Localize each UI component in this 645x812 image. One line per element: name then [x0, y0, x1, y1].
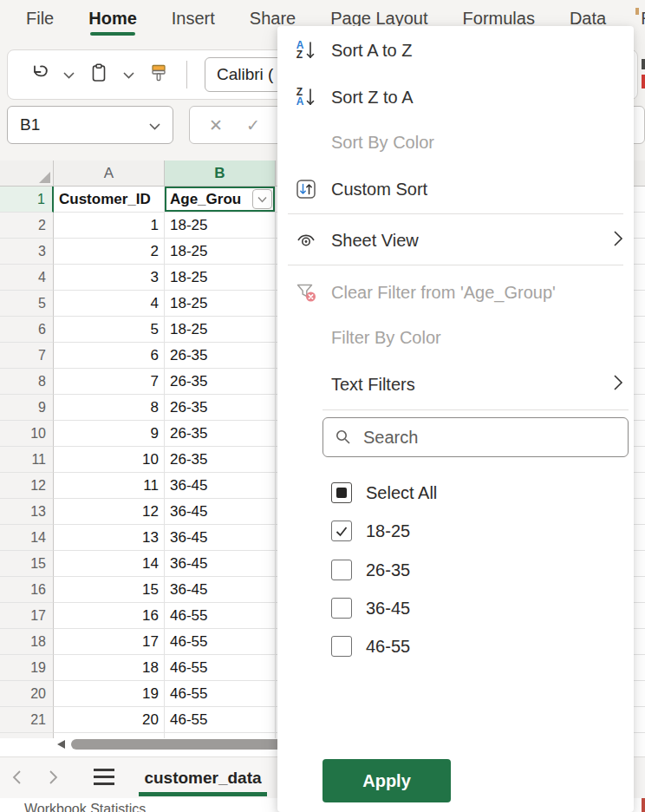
cell-age-group[interactable]: 18-25: [165, 317, 276, 343]
row-header[interactable]: 16: [0, 577, 54, 603]
cell-customer-id[interactable]: 12: [54, 499, 165, 525]
sheet-tab-customer-data[interactable]: customer_data: [139, 757, 267, 799]
cell-customer-id[interactable]: 16: [54, 603, 165, 629]
filter-option-select-all[interactable]: Select All: [277, 477, 634, 508]
apply-button[interactable]: Apply: [322, 759, 451, 802]
tab-insert[interactable]: Insert: [172, 5, 215, 36]
cell-customer-id[interactable]: 19: [54, 681, 165, 707]
checkbox-unchecked-icon[interactable]: [331, 598, 352, 619]
row-header[interactable]: 13: [0, 499, 54, 525]
column-header-a[interactable]: A: [54, 160, 165, 187]
next-sheet-icon[interactable]: [49, 769, 58, 789]
row-header[interactable]: 3: [0, 239, 54, 265]
cell-customer-id[interactable]: 13: [54, 525, 165, 551]
cell-customer-id[interactable]: 1: [54, 213, 165, 239]
row-header[interactable]: 18: [0, 629, 54, 655]
cell-age-group[interactable]: 46-55: [165, 603, 276, 629]
cell-age-group[interactable]: 36-45: [165, 499, 276, 525]
row-header[interactable]: 20: [0, 681, 54, 707]
cell-customer-id[interactable]: 18: [54, 655, 165, 681]
cell-a1[interactable]: Customer_ID: [54, 187, 165, 213]
cell-age-group[interactable]: 36-45: [165, 551, 276, 577]
row-header[interactable]: 14: [0, 525, 54, 551]
name-box[interactable]: B1: [7, 106, 173, 144]
row-header[interactable]: 17: [0, 603, 54, 629]
row-header[interactable]: 4: [0, 265, 54, 291]
cell-customer-id[interactable]: 4: [54, 291, 165, 317]
cell-customer-id[interactable]: 7: [54, 369, 165, 395]
menu-item-sort-a-to-z[interactable]: AZ Sort A to Z: [277, 33, 634, 68]
cell-customer-id[interactable]: 3: [54, 265, 165, 291]
confirm-icon[interactable]: ✓: [246, 115, 260, 135]
row-header[interactable]: 6: [0, 317, 54, 343]
cell-age-group[interactable]: 18-25: [165, 239, 276, 265]
row-header[interactable]: 19: [0, 655, 54, 681]
cell-age-group[interactable]: 36-45: [165, 473, 276, 499]
menu-item-custom-sort[interactable]: Custom Sort: [277, 172, 634, 206]
row-header[interactable]: 8: [0, 369, 54, 395]
select-all-corner[interactable]: [0, 160, 54, 187]
checkbox-indeterminate-icon[interactable]: [331, 482, 352, 503]
menu-item-sheet-view[interactable]: Sheet View: [277, 223, 634, 258]
cell-age-group[interactable]: 18-25: [165, 213, 276, 239]
workbook-statistics[interactable]: Workbook Statistics: [24, 802, 146, 812]
filter-option-46-55[interactable]: 46-55: [277, 631, 634, 662]
row-header[interactable]: 11: [0, 447, 54, 473]
cell-age-group[interactable]: 18-25: [165, 265, 276, 291]
cell-age-group[interactable]: 36-45: [165, 577, 276, 603]
checkbox-unchecked-icon[interactable]: [331, 560, 352, 580]
cell-customer-id[interactable]: 10: [54, 447, 165, 473]
search-input[interactable]: [322, 417, 629, 457]
format-painter-icon[interactable]: [148, 62, 169, 87]
filter-dropdown-button[interactable]: [252, 189, 272, 209]
menu-item-sort-z-to-a[interactable]: ZA Sort Z to A: [277, 80, 634, 115]
row-header[interactable]: 21: [0, 707, 54, 733]
cell-customer-id[interactable]: 15: [54, 577, 165, 603]
cell-age-group[interactable]: 26-35: [165, 395, 276, 421]
cell-customer-id[interactable]: 14: [54, 551, 165, 577]
undo-dropdown-icon[interactable]: [63, 67, 75, 82]
cell-age-group[interactable]: 46-55: [165, 707, 276, 733]
cell-age-group[interactable]: 26-35: [165, 369, 276, 395]
cell-age-group[interactable]: 36-45: [165, 525, 276, 551]
paste-dropdown-icon[interactable]: [123, 67, 134, 82]
cell-customer-id[interactable]: 17: [54, 629, 165, 655]
cell-customer-id[interactable]: 5: [54, 317, 165, 343]
row-header[interactable]: 2: [0, 213, 54, 239]
clipboard-icon[interactable]: [88, 62, 109, 87]
checkbox-unchecked-icon[interactable]: [331, 636, 352, 657]
cell-age-group[interactable]: 26-35: [165, 343, 276, 369]
cell-age-group[interactable]: 46-55: [165, 629, 276, 655]
cell-customer-id[interactable]: 2: [54, 239, 165, 265]
cancel-icon[interactable]: ✕: [209, 115, 223, 135]
checkbox-checked-icon[interactable]: [331, 521, 352, 541]
chevron-down-icon[interactable]: [149, 115, 160, 134]
cell-age-group[interactable]: 26-35: [165, 447, 276, 473]
row-header[interactable]: 5: [0, 291, 54, 317]
filter-option-18-25[interactable]: 18-25: [277, 515, 634, 547]
tab-file[interactable]: File: [26, 5, 54, 36]
cell-age-group[interactable]: 26-35: [165, 421, 276, 447]
row-header[interactable]: 7: [0, 343, 54, 369]
cell-age-group[interactable]: 46-55: [165, 681, 276, 707]
row-header[interactable]: 10: [0, 421, 54, 447]
cell-age-group[interactable]: 18-25: [165, 291, 276, 317]
cell-customer-id[interactable]: 9: [54, 421, 165, 447]
cell-customer-id[interactable]: 20: [54, 707, 165, 733]
menu-item-text-filters[interactable]: Text Filters: [277, 367, 634, 402]
row-header[interactable]: 9: [0, 395, 54, 421]
sheet-list-icon[interactable]: [94, 769, 114, 785]
cell-age-group[interactable]: 46-55: [165, 655, 276, 681]
row-header[interactable]: 1: [0, 187, 54, 213]
tab-review[interactable]: R: [641, 5, 645, 36]
cell-customer-id[interactable]: 8: [54, 395, 165, 421]
row-header[interactable]: 15: [0, 551, 54, 577]
cell-b1[interactable]: Age_Grou: [165, 187, 276, 213]
undo-icon[interactable]: [29, 62, 49, 87]
prev-sheet-icon[interactable]: [12, 769, 22, 789]
column-header-b[interactable]: B: [165, 160, 276, 187]
tab-home[interactable]: Home: [88, 5, 137, 36]
cell-customer-id[interactable]: 6: [54, 343, 165, 369]
scroll-left-icon[interactable]: [57, 740, 65, 749]
filter-option-26-35[interactable]: 26-35: [277, 554, 634, 586]
